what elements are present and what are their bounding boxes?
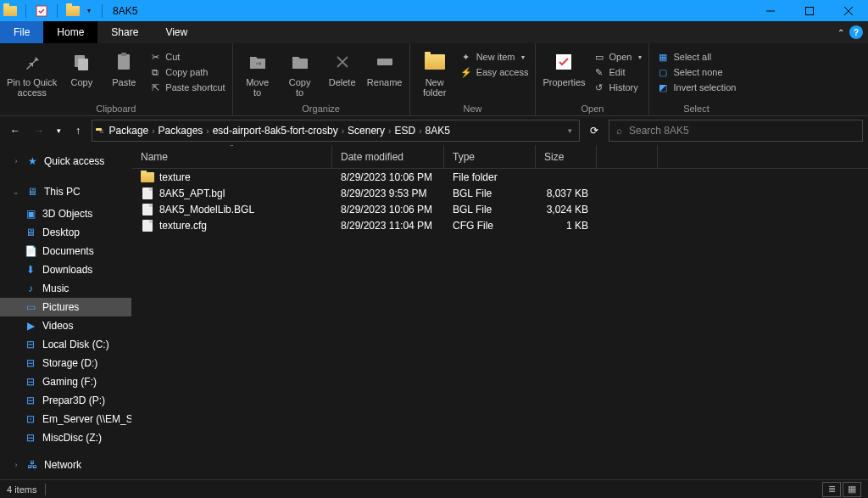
sidebar-item[interactable]: ⊟MiscDisc (Z:) bbox=[0, 428, 131, 447]
table-row[interactable]: 8AK5_ModelLib.BGL8/29/2023 10:06 PMBGL F… bbox=[132, 201, 868, 217]
sidebar-this-pc[interactable]: ⌄ 🖥 This PC bbox=[0, 182, 131, 201]
sidebar-quick-access[interactable]: › ★ Quick access bbox=[0, 152, 131, 171]
drive-icon: 🖥 bbox=[24, 226, 37, 239]
delete-icon bbox=[329, 48, 356, 76]
column-size[interactable]: Size bbox=[536, 145, 597, 168]
details-view-button[interactable]: ≣ bbox=[822, 482, 841, 497]
help-icon[interactable]: ? bbox=[849, 25, 863, 39]
thumbnails-view-button[interactable]: ▦ bbox=[843, 482, 861, 497]
sidebar-network[interactable]: › 🖧 Network bbox=[0, 456, 131, 474]
new-folder-button[interactable]: New folder bbox=[417, 48, 453, 98]
new-item-button[interactable]: ✦New item▾ bbox=[459, 50, 529, 64]
svg-rect-11 bbox=[377, 59, 392, 65]
drive-icon: ⬇ bbox=[24, 263, 37, 277]
breadcrumb[interactable]: esd-airport-8ak5-fort-crosby bbox=[211, 125, 340, 137]
up-button[interactable]: ↑ bbox=[68, 120, 88, 141]
move-to-icon bbox=[244, 48, 271, 76]
drive-icon: ⊟ bbox=[24, 338, 37, 351]
drive-icon: ▭ bbox=[24, 300, 37, 314]
copy-to-button[interactable]: Copy to bbox=[282, 48, 318, 98]
sidebar-item[interactable]: ⊟Gaming (F:) bbox=[0, 372, 131, 391]
sidebar-item[interactable]: ⊟Local Disk (C:) bbox=[0, 335, 131, 354]
file-icon bbox=[141, 219, 154, 232]
breadcrumb[interactable]: Packages bbox=[157, 125, 205, 137]
file-pane: Name⌃ Date modified Type Size texture8/2… bbox=[132, 145, 868, 479]
column-type[interactable]: Type bbox=[444, 145, 536, 168]
address-bar[interactable]: « Package›Packages›esd-airport-8ak5-fort… bbox=[92, 120, 580, 142]
new-folder-icon bbox=[421, 48, 448, 76]
table-row[interactable]: texture.cfg8/29/2023 11:04 PMCFG File1 K… bbox=[132, 217, 868, 233]
file-menu[interactable]: File bbox=[0, 21, 43, 43]
paste-button[interactable]: Paste bbox=[106, 48, 142, 87]
forward-button[interactable]: → bbox=[29, 120, 49, 141]
sort-asc-icon: ⌃ bbox=[229, 145, 235, 151]
easy-access-button[interactable]: ⚡Easy access bbox=[459, 65, 529, 79]
history-button[interactable]: ↺History bbox=[593, 81, 643, 94]
chevron-right-icon[interactable]: › bbox=[12, 461, 20, 469]
back-button[interactable]: ← bbox=[5, 120, 25, 141]
group-label: Clipboard bbox=[7, 102, 225, 115]
minimize-button[interactable] bbox=[751, 0, 790, 21]
network-icon: 🖧 bbox=[25, 458, 39, 472]
paste-shortcut-button[interactable]: ⇱Paste shortcut bbox=[148, 81, 225, 94]
refresh-button[interactable]: ⟳ bbox=[583, 120, 605, 142]
chevron-right-icon[interactable]: › bbox=[12, 157, 20, 165]
group-label: Organize bbox=[240, 102, 403, 115]
tab-view[interactable]: View bbox=[152, 21, 201, 43]
title-bar: ▾ 8AK5 bbox=[0, 0, 868, 21]
table-row[interactable]: texture8/29/2023 10:06 PMFile folder bbox=[132, 169, 868, 185]
svg-rect-8 bbox=[121, 53, 126, 56]
sidebar-item[interactable]: ⬇Downloads bbox=[0, 260, 131, 279]
copy-icon bbox=[68, 48, 95, 76]
sidebar-item[interactable]: ▶Videos bbox=[0, 316, 131, 335]
select-none-button[interactable]: ▢Select none bbox=[656, 65, 736, 79]
sidebar-item[interactable]: ⊟Storage (D:) bbox=[0, 354, 131, 372]
table-row[interactable]: 8AK5_APT.bgl8/29/2023 9:53 PMBGL File8,0… bbox=[132, 185, 868, 201]
shortcut-icon: ⇱ bbox=[148, 81, 162, 94]
sidebar-item[interactable]: ♪Music bbox=[0, 279, 131, 298]
breadcrumb[interactable]: 8AK5 bbox=[423, 125, 451, 137]
column-name[interactable]: Name⌃ bbox=[132, 145, 332, 168]
select-all-button[interactable]: ▦Select all bbox=[656, 50, 736, 64]
copy-path-button[interactable]: ⧉Copy path bbox=[148, 65, 225, 79]
open-button[interactable]: ▭Open▾ bbox=[593, 50, 643, 64]
column-date[interactable]: Date modified bbox=[332, 145, 444, 168]
sidebar-item[interactable]: ⊡Em_Server (\\EM_SE bbox=[0, 410, 131, 428]
rename-button[interactable]: Rename bbox=[367, 48, 403, 87]
qat-properties-icon[interactable] bbox=[35, 4, 48, 18]
close-button[interactable] bbox=[829, 0, 868, 21]
file-icon bbox=[141, 203, 154, 216]
qat-dropdown-icon[interactable]: ▾ bbox=[85, 4, 93, 18]
invert-selection-button[interactable]: ◩Invert selection bbox=[656, 81, 736, 94]
collapse-ribbon-icon[interactable]: ⌃ bbox=[837, 28, 844, 37]
breadcrumb[interactable]: Package bbox=[108, 125, 151, 137]
search-input[interactable]: ⌕ Search 8AK5 bbox=[609, 120, 863, 142]
recent-dropdown[interactable]: ▾ bbox=[53, 120, 64, 141]
rename-icon bbox=[371, 48, 398, 76]
sidebar-item[interactable]: 📄Documents bbox=[0, 242, 131, 260]
address-dropdown-icon[interactable]: ▾ bbox=[568, 126, 572, 135]
copy-button[interactable]: Copy bbox=[64, 48, 99, 87]
sidebar-item[interactable]: 🖥Desktop bbox=[0, 223, 131, 242]
status-bar: 4 items ≣ ▦ bbox=[0, 479, 868, 498]
pin-quick-access-button[interactable]: Pin to Quick access bbox=[7, 48, 57, 98]
chevron-right-icon[interactable]: › bbox=[150, 126, 156, 136]
sidebar-item[interactable]: ▭Pictures bbox=[0, 298, 131, 316]
copy-to-icon bbox=[287, 48, 314, 76]
tab-home[interactable]: Home bbox=[43, 21, 97, 43]
edit-button[interactable]: ✎Edit bbox=[593, 65, 643, 79]
cut-button[interactable]: ✂Cut bbox=[148, 50, 225, 64]
maximize-button[interactable] bbox=[790, 0, 829, 21]
properties-button[interactable]: Properties bbox=[542, 48, 585, 87]
chevron-down-icon[interactable]: ⌄ bbox=[12, 187, 20, 196]
move-to-button[interactable]: Move to bbox=[240, 48, 275, 98]
sidebar-item[interactable]: ▣3D Objects bbox=[0, 204, 131, 223]
chevron-right-icon[interactable]: › bbox=[204, 126, 210, 136]
tab-share[interactable]: Share bbox=[97, 21, 152, 43]
breadcrumb[interactable]: Scenery bbox=[346, 125, 387, 137]
sidebar-item[interactable]: ⊟Prepar3D (P:) bbox=[0, 391, 131, 410]
delete-button[interactable]: Delete bbox=[325, 48, 360, 87]
chevron-right-icon[interactable]: › bbox=[340, 126, 346, 136]
drive-icon: ⊟ bbox=[24, 356, 37, 370]
breadcrumb[interactable]: ESD bbox=[392, 125, 417, 137]
